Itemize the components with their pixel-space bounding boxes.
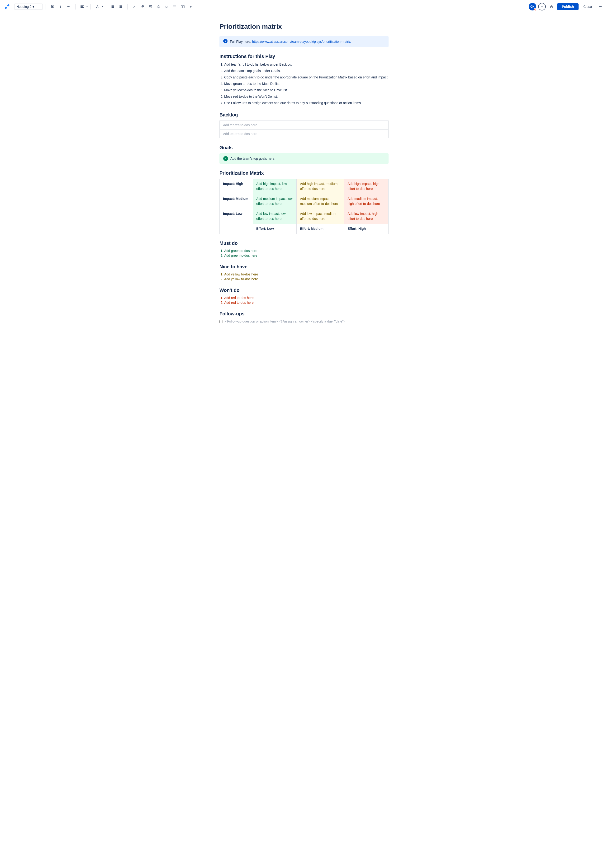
effort-high-label: Effort: High [344, 224, 388, 234]
list-item: Add the team's top goals under Goals. [224, 68, 388, 73]
matrix-cell-medium-low[interactable]: Add medium impact, low effort to-dos her… [253, 194, 297, 209]
align-button[interactable] [78, 3, 86, 11]
list-group: 1. 2. 3. [109, 3, 124, 11]
formatting-group: B I ··· [49, 3, 73, 11]
italic-button[interactable]: I [57, 3, 64, 11]
wont-do-list: Add red to-dos here Add red to-dos here [224, 296, 388, 304]
user-avatar[interactable]: CK 4 [529, 3, 536, 11]
checklist-button[interactable]: ✓ [130, 3, 138, 11]
svg-rect-7 [112, 6, 114, 7]
mention-button[interactable]: @ [155, 3, 162, 11]
matrix-cell-low-high[interactable]: Add low impact, high effort to-dos here [344, 209, 388, 224]
toolbar-divider-3 [90, 4, 91, 9]
must-do-item-1[interactable]: Add green to-dos here [224, 249, 388, 253]
backlog-heading: Backlog [220, 112, 388, 118]
toolbar: Heading 2 ▾ B I ··· ▾ A ▾ [0, 0, 608, 13]
matrix-cell-high-low[interactable]: Add high impact, low effort to-dos here [253, 179, 297, 194]
nice-to-have-item-2[interactable]: Add yellow to-dos here [224, 277, 388, 281]
link-button[interactable] [138, 3, 146, 11]
list-item: Copy and paste each to-do under the appr… [224, 75, 388, 80]
follow-ups-heading: Follow-ups [220, 311, 388, 316]
matrix-cell-high-high[interactable]: Add high impact, high effort to-dos here [344, 179, 388, 194]
backlog-table: Add team's to-dos here Add team's to-dos… [220, 121, 388, 138]
backlog-row-2[interactable]: Add team's to-dos here [220, 130, 388, 138]
numbered-list-button[interactable]: 1. 2. 3. [117, 3, 124, 11]
chevron-down-icon: ▾ [32, 5, 34, 9]
svg-rect-24 [183, 5, 184, 8]
color-chevron-icon: ▾ [102, 5, 103, 8]
page-content: Prioritization matrix i Full Play here: … [214, 13, 394, 342]
color-button[interactable]: A [94, 3, 101, 11]
goals-heading: Goals [220, 145, 388, 150]
matrix-cell-low-low[interactable]: Add low impact, low effort to-dos here [253, 209, 297, 224]
align-group: ▾ [78, 3, 88, 11]
table-row: Add team's to-dos here [220, 130, 388, 138]
page-title[interactable]: Prioritization matrix [220, 23, 388, 30]
list-item: Add team's full to-do list below under B… [224, 62, 388, 67]
matrix-cell-high-medium[interactable]: Add high impact, medium effort to-dos he… [297, 179, 344, 194]
plus-insert-button[interactable]: + [187, 3, 195, 11]
nice-to-have-item-1[interactable]: Add yellow to-dos here [224, 272, 388, 276]
wont-do-item-1[interactable]: Add red to-dos here [224, 296, 388, 300]
effort-low-label: Effort: Low [253, 224, 297, 234]
list-item: Use Follow-ups to assign owners and due … [224, 101, 388, 105]
table-row: Impact: Medium Add medium impact, low ef… [220, 194, 388, 209]
more-formatting-button[interactable]: ··· [65, 3, 73, 11]
image-button[interactable] [147, 3, 154, 11]
notification-badge: 4 [534, 8, 537, 11]
layout-button[interactable] [179, 3, 186, 11]
backlog-row-1[interactable]: Add team's to-dos here [220, 121, 388, 130]
info-box: i Full Play here: https://www.atlassian.… [220, 36, 388, 47]
insert-group: ✓ @ ☺ [130, 3, 195, 11]
impact-low-label: Impact: Low [220, 209, 253, 224]
info-link[interactable]: https://www.atlassian.com/team-playbook/… [252, 40, 351, 43]
bullet-list-button[interactable] [109, 3, 116, 11]
instructions-list: Add team's full to-do list below under B… [224, 62, 388, 105]
svg-point-6 [111, 6, 111, 7]
table-row: Add team's to-dos here [220, 121, 388, 130]
publish-button[interactable]: Publish [557, 3, 579, 10]
bold-button[interactable]: B [49, 3, 56, 11]
close-button[interactable]: Close [580, 3, 595, 10]
wont-do-item-2[interactable]: Add red to-dos here [224, 301, 388, 304]
toolbar-divider-2 [75, 4, 76, 9]
align-chevron-icon: ▾ [87, 5, 88, 8]
color-group: A ▾ [94, 3, 103, 11]
goals-checkmark-icon: ✓ [223, 156, 228, 161]
svg-text:i: i [225, 40, 226, 43]
svg-rect-3 [80, 7, 84, 8]
table-row: Impact: Low Add low impact, low effort t… [220, 209, 388, 224]
matrix-cell-medium-high[interactable]: Add medium impact, high effort to-dos he… [344, 194, 388, 209]
more-options-button[interactable]: ··· [597, 3, 604, 11]
instructions-heading: Instructions for this Play [220, 54, 388, 59]
add-collaborator-button[interactable]: + [538, 3, 546, 11]
emoji-button[interactable]: ☺ [163, 3, 170, 11]
must-do-item-2[interactable]: Add green to-dos here [224, 254, 388, 257]
impact-medium-label: Impact: Medium [220, 194, 253, 209]
goals-placeholder: Add the team's top goals here. [231, 157, 275, 160]
heading-selector[interactable]: Heading 2 ▾ [14, 3, 43, 10]
must-do-list: Add green to-dos here Add green to-dos h… [224, 249, 388, 257]
svg-rect-9 [112, 7, 114, 8]
nice-to-have-heading: Nice to have [220, 264, 388, 270]
lock-button[interactable] [548, 3, 555, 11]
matrix-footer-empty [220, 224, 253, 234]
svg-rect-18 [173, 5, 176, 8]
list-item: Move yellow to-dos to the Nice to Have l… [224, 88, 388, 93]
info-text: Full Play here: https://www.atlassian.co… [230, 40, 351, 43]
follow-up-placeholder[interactable]: <Follow-up question or action item> <@as… [225, 319, 345, 323]
svg-rect-1 [80, 5, 84, 6]
matrix-cell-medium-medium[interactable]: Add medium impact, medium effort to-dos … [297, 194, 344, 209]
goals-box[interactable]: ✓ Add the team's top goals here. [220, 153, 388, 164]
svg-text:3.: 3. [119, 7, 120, 8]
svg-rect-2 [80, 6, 83, 7]
svg-point-4 [111, 5, 111, 6]
svg-point-8 [111, 7, 111, 8]
svg-rect-23 [181, 5, 183, 8]
follow-up-checkbox[interactable] [220, 320, 223, 323]
matrix-heading: Prioritization Matrix [220, 170, 388, 176]
avatar-initials: CK [530, 5, 534, 8]
matrix-cell-low-medium[interactable]: Add low impact, medium effort to-dos her… [297, 209, 344, 224]
svg-rect-5 [112, 5, 114, 6]
table-button[interactable] [171, 3, 178, 11]
